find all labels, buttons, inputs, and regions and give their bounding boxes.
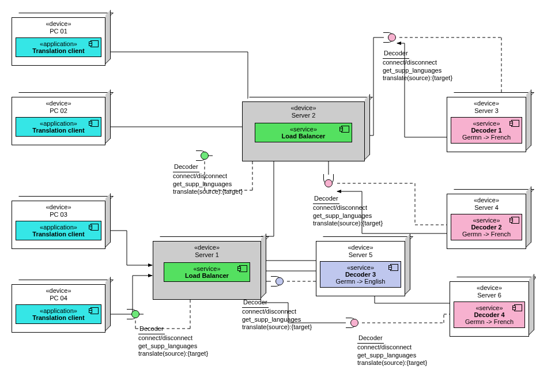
- provided-interface-ball: [131, 310, 139, 318]
- component-icon: [90, 40, 99, 47]
- interface-label: Decoderconnect/disconnectget_supp_langua…: [357, 334, 427, 367]
- component-load-balancer: «service»Load Balancer: [164, 262, 250, 282]
- component-icon: [239, 265, 247, 272]
- provided-interface-ball: [201, 152, 209, 160]
- provided-interface-ball: [350, 319, 358, 327]
- component-icon: [90, 120, 99, 127]
- component-icon: [341, 126, 349, 133]
- component-translation-client: «application»Translation client: [16, 117, 101, 137]
- provided-interface-ball: [388, 33, 396, 42]
- interface-label: Decoderconnect/disconnectget_supp_langua…: [383, 50, 452, 82]
- component-translation-client: «application»Translation client: [16, 304, 101, 324]
- provided-interface-ball: [275, 277, 284, 285]
- interface-label: Decoderconnect/disconnectget_supp_langua…: [242, 299, 312, 331]
- component-decoder: «service»Decoder 4Germn -> French: [454, 301, 525, 328]
- component-icon: [90, 224, 99, 231]
- component-icon: [514, 304, 522, 311]
- component-translation-client: «application»Translation client: [16, 221, 101, 240]
- component-icon: [511, 120, 519, 127]
- interface-label: Decoderconnect/disconnectget_supp_langua…: [313, 195, 383, 228]
- component-load-balancer: «service»Load Balancer: [255, 123, 352, 142]
- interface-label: Decoderconnect/disconnectget_supp_langua…: [173, 163, 243, 196]
- component-icon: [390, 264, 398, 271]
- interface-label: Decoderconnect/disconnectget_supp_langua…: [138, 325, 208, 358]
- component-decoder: «service»Decoder 2Germn -> French: [451, 214, 522, 240]
- component-icon: [511, 217, 519, 224]
- provided-interface-ball: [324, 179, 333, 187]
- component-icon: [90, 307, 99, 314]
- component-decoder: «service»Decoder 1Germn -> French: [451, 117, 522, 144]
- component-translation-client: «application»Translation client: [16, 37, 101, 57]
- component-decoder: «service»Decoder 3Germn -> English: [320, 261, 401, 288]
